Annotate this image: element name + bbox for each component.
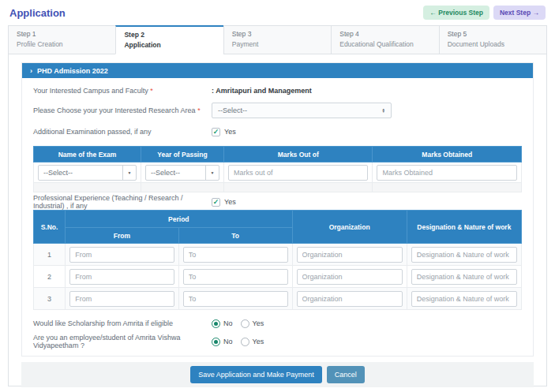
experience-table-header-row-1: S.No. Period Organization Designation & … bbox=[34, 211, 522, 228]
tab-step-label: Profile Creation bbox=[17, 40, 107, 48]
experience-row-3: 3 bbox=[34, 288, 522, 310]
section-title: PHD Admission 2022 bbox=[37, 67, 108, 75]
caret-down-icon[interactable]: ▼ bbox=[122, 166, 136, 180]
panel-body: Your Interested Campus and Faculty * : A… bbox=[22, 78, 533, 356]
save-application-button[interactable]: Save Application and Make Payment bbox=[190, 366, 322, 383]
experience-row-number: 2 bbox=[34, 266, 66, 288]
scholarship-radio-yes[interactable]: Yes bbox=[241, 319, 264, 328]
cancel-button[interactable]: Cancel bbox=[327, 366, 365, 383]
tab-step-5-document-uploads[interactable]: Step 5 Document Uploads bbox=[439, 25, 547, 54]
experience-from-input[interactable] bbox=[69, 269, 174, 285]
experience-to-input[interactable] bbox=[183, 269, 288, 285]
arrow-left-icon: ← bbox=[429, 9, 437, 17]
professional-experience-checkbox[interactable]: ✓ Yes bbox=[212, 198, 236, 207]
chevron-right-icon: › bbox=[30, 67, 32, 75]
experience-from-input[interactable] bbox=[69, 247, 174, 263]
additional-exam-row: Additional Examination passed, if any ✓ … bbox=[33, 126, 522, 137]
marks-obtained-input[interactable] bbox=[377, 165, 517, 181]
additional-exam-table: Name of the Exam Year of Passing Marks O… bbox=[33, 146, 522, 192]
year-of-passing-select[interactable]: --Select-- ▼ bbox=[145, 165, 219, 181]
experience-designation-input[interactable] bbox=[411, 269, 517, 285]
radio-selected-icon[interactable] bbox=[212, 338, 220, 346]
tab-step-2-application[interactable]: Step 2 Application bbox=[115, 25, 223, 54]
experience-header-from: From bbox=[66, 228, 179, 244]
experience-organization-input[interactable] bbox=[297, 291, 403, 307]
research-area-row: Please Choose your your Interested Resea… bbox=[33, 103, 522, 118]
step-tabs: Step 1 Profile Creation Step 2 Applicati… bbox=[8, 25, 547, 54]
experience-to-input[interactable] bbox=[183, 247, 288, 263]
radio-selected-icon[interactable] bbox=[212, 319, 220, 328]
experience-from-input[interactable] bbox=[69, 291, 174, 307]
additional-exam-label: Additional Examination passed, if any bbox=[33, 128, 212, 136]
professional-experience-row: Professional Experience (Teaching / Rese… bbox=[33, 197, 522, 207]
next-step-button[interactable]: Next Step → bbox=[493, 6, 546, 20]
exam-name-select[interactable]: --Select-- ▼ bbox=[38, 165, 137, 181]
professional-experience-label: Professional Experience (Teaching / Rese… bbox=[33, 194, 212, 210]
experience-organization-input[interactable] bbox=[297, 247, 403, 263]
additional-exam-checkbox[interactable]: ✓ Yes bbox=[212, 128, 236, 136]
tab-step-number: Step 4 bbox=[339, 30, 430, 38]
page-title: Application bbox=[9, 7, 66, 19]
exam-table-header-row: Name of the Exam Year of Passing Marks O… bbox=[34, 147, 522, 162]
experience-header-designation: Designation & Nature of work bbox=[407, 211, 521, 244]
tab-step-3-payment[interactable]: Step 3 Payment bbox=[223, 25, 331, 54]
checkbox-checked-icon[interactable]: ✓ bbox=[212, 198, 220, 207]
experience-to-input[interactable] bbox=[183, 291, 288, 307]
tab-step-number: Step 1 bbox=[17, 30, 107, 38]
checkbox-checked-icon[interactable]: ✓ bbox=[212, 128, 220, 136]
previous-step-label: Previous Step bbox=[438, 9, 483, 17]
campus-faculty-label: Your Interested Campus and Faculty * bbox=[33, 87, 212, 95]
phd-admission-panel: › PHD Admission 2022 Your Interested Cam… bbox=[21, 62, 534, 357]
tab-step-label: Document Uploads bbox=[448, 40, 538, 48]
scholarship-label: Would like Scholarship from Amrita if el… bbox=[33, 319, 212, 327]
campus-faculty-row: Your Interested Campus and Faculty * : A… bbox=[33, 84, 522, 97]
section-header-phd-admission[interactable]: › PHD Admission 2022 bbox=[22, 63, 533, 78]
scholarship-radio-group: No Yes bbox=[212, 319, 264, 328]
radio-unselected-icon[interactable] bbox=[241, 338, 249, 346]
marks-out-of-input[interactable] bbox=[228, 165, 368, 181]
professional-experience-table: S.No. Period Organization Designation & … bbox=[33, 210, 522, 310]
employee-radio-yes[interactable]: Yes bbox=[241, 338, 264, 346]
experience-organization-input[interactable] bbox=[297, 269, 403, 285]
exam-table-header-name: Name of the Exam bbox=[34, 147, 141, 162]
tab-step-label: Application bbox=[124, 41, 215, 49]
scholarship-radio-no[interactable]: No bbox=[212, 319, 233, 328]
experience-row-number: 3 bbox=[34, 288, 66, 310]
select-updown-icon: ▲ ▼ bbox=[382, 108, 385, 114]
experience-row-1: 1 bbox=[34, 244, 522, 266]
exam-table-input-row: --Select-- ▼ --Select-- ▼ bbox=[34, 162, 522, 183]
research-area-select[interactable]: --Select-- ▲ ▼ bbox=[212, 103, 392, 118]
tab-step-4-educational-qualification[interactable]: Step 4 Educational Qualification bbox=[331, 25, 438, 54]
scholarship-row: Would like Scholarship from Amrita if el… bbox=[33, 318, 522, 329]
employee-student-radio-group: No Yes bbox=[212, 338, 264, 346]
exam-table-header-marks-out: Marks Out of bbox=[224, 147, 373, 162]
experience-row-2: 2 bbox=[34, 266, 522, 288]
tab-step-label: Payment bbox=[232, 40, 323, 48]
experience-designation-input[interactable] bbox=[411, 247, 517, 263]
tab-step-label: Educational Qualification bbox=[339, 40, 430, 48]
experience-designation-input[interactable] bbox=[411, 291, 517, 307]
previous-step-button[interactable]: ← Previous Step bbox=[423, 6, 489, 20]
application-card: › PHD Admission 2022 Your Interested Cam… bbox=[8, 54, 547, 386]
tab-step-1-profile-creation[interactable]: Step 1 Profile Creation bbox=[8, 25, 115, 54]
radio-unselected-icon[interactable] bbox=[241, 319, 249, 328]
research-area-label: Please Choose your your Interested Resea… bbox=[33, 106, 212, 114]
tab-step-number: Step 5 bbox=[448, 30, 538, 38]
experience-header-period: Period bbox=[66, 211, 292, 228]
required-asterisk: * bbox=[150, 87, 153, 95]
required-asterisk: * bbox=[197, 106, 201, 114]
campus-faculty-value: : Amritapuri and Management bbox=[212, 87, 312, 95]
tab-step-number: Step 3 bbox=[232, 30, 323, 38]
top-bar: Application ← Previous Step Next Step → bbox=[0, 0, 555, 24]
experience-row-number: 1 bbox=[34, 244, 66, 266]
employee-student-label: Are you an employee/student of Amrita Vi… bbox=[33, 334, 212, 349]
employee-radio-no[interactable]: No bbox=[212, 338, 233, 346]
year-of-passing-selected-value: --Select-- bbox=[146, 166, 205, 180]
form-footer: Save Application and Make Payment Cancel bbox=[21, 362, 534, 387]
professional-experience-checkbox-label: Yes bbox=[224, 198, 236, 206]
next-step-label: Next Step bbox=[500, 9, 531, 17]
top-actions: ← Previous Step Next Step → bbox=[423, 6, 546, 20]
experience-header-to: To bbox=[178, 228, 292, 244]
tab-step-number: Step 2 bbox=[124, 31, 215, 39]
caret-down-icon[interactable]: ▼ bbox=[205, 166, 219, 180]
